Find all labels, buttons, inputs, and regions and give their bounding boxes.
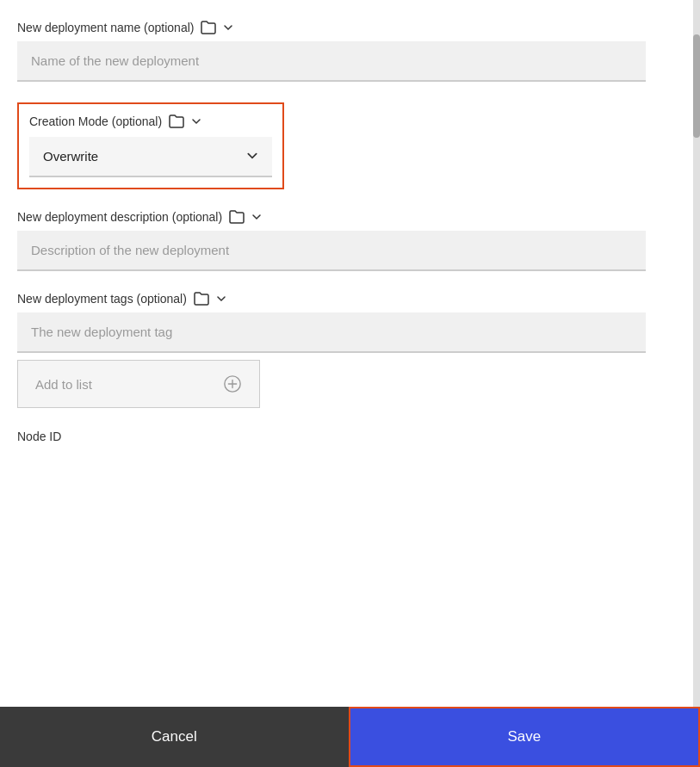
- deployment-description-chevron-icon: [251, 212, 262, 222]
- deployment-tags-chevron-icon: [216, 294, 226, 304]
- main-content: New deployment name (optional) Creation …: [0, 0, 700, 724]
- creation-mode-select-wrapper: Overwrite Create Update: [29, 137, 272, 177]
- bottom-bar: Cancel Save: [0, 707, 700, 767]
- deployment-name-folder-icon: [201, 21, 216, 34]
- node-id-label: Node ID: [17, 430, 61, 443]
- deployment-name-label-row: New deployment name (optional): [17, 21, 683, 34]
- deployment-description-input[interactable]: [17, 231, 646, 271]
- creation-mode-section: Creation Mode (optional) Overwrite Creat…: [17, 102, 284, 189]
- deployment-description-section: New deployment description (optional): [17, 210, 683, 271]
- scrollbar-thumb: [693, 34, 700, 138]
- deployment-description-label: New deployment description (optional): [17, 210, 222, 224]
- creation-mode-label: Creation Mode (optional): [29, 114, 162, 128]
- deployment-name-label: New deployment name (optional): [17, 21, 194, 34]
- creation-mode-folder-icon: [169, 114, 184, 128]
- deployment-tags-label: New deployment tags (optional): [17, 292, 187, 306]
- deployment-description-label-row: New deployment description (optional): [17, 210, 683, 224]
- deployment-name-chevron-icon: [223, 22, 233, 33]
- cancel-button[interactable]: Cancel: [0, 707, 349, 767]
- deployment-description-folder-icon: [229, 210, 245, 224]
- deployment-tags-input[interactable]: [17, 312, 646, 353]
- creation-mode-label-row: Creation Mode (optional): [29, 114, 272, 128]
- deployment-name-section: New deployment name (optional): [17, 21, 683, 82]
- deployment-name-input[interactable]: [17, 41, 646, 82]
- deployment-tags-label-row: New deployment tags (optional): [17, 292, 683, 306]
- node-id-section: Node ID: [17, 429, 683, 444]
- add-to-list-label: Add to list: [35, 377, 92, 392]
- add-to-list-button[interactable]: Add to list: [17, 360, 260, 408]
- plus-circle-icon: [223, 374, 242, 393]
- creation-mode-select[interactable]: Overwrite Create Update: [29, 137, 272, 177]
- deployment-tags-section: New deployment tags (optional) Add to li…: [17, 292, 683, 408]
- scrollbar[interactable]: [693, 0, 700, 724]
- deployment-tags-folder-icon: [194, 292, 209, 306]
- creation-mode-chevron-icon: [191, 116, 201, 127]
- save-button[interactable]: Save: [349, 707, 701, 767]
